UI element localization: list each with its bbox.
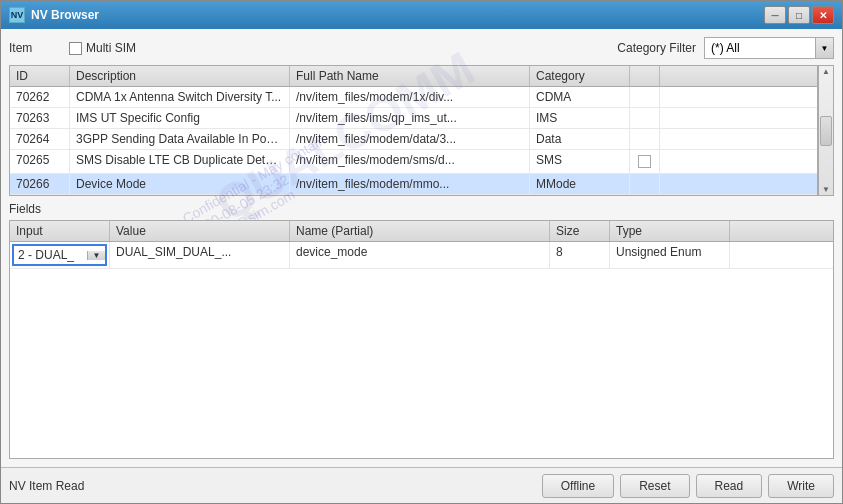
- fields-col-name: Name (Partial): [290, 221, 550, 241]
- status-text: NV Item Read: [9, 479, 84, 493]
- cell-extra: [630, 150, 660, 173]
- fields-col-value: Value: [110, 221, 290, 241]
- multi-sim-checkbox[interactable]: [69, 42, 82, 55]
- multi-sim-label: Multi SIM: [86, 41, 136, 55]
- fields-col-size: Size: [550, 221, 610, 241]
- cell-extra: [630, 129, 660, 149]
- table-row[interactable]: 70263 IMS UT Specific Config /nv/item_fi…: [10, 108, 817, 129]
- table-row[interactable]: 70265 SMS Disable LTE CB Duplicate Detec…: [10, 150, 817, 174]
- fields-container: Input Value Name (Partial) Size Type 2 -…: [9, 220, 834, 459]
- cell-desc: Device Mode: [70, 174, 290, 194]
- col-header-category: Category: [530, 66, 630, 86]
- category-dropdown-arrow: ▼: [815, 38, 833, 58]
- table-scrollbar[interactable]: ▲ ▼: [818, 65, 834, 196]
- titlebar-left: NV NV Browser: [9, 7, 99, 23]
- minimize-button[interactable]: ─: [764, 6, 786, 24]
- main-content: QUALCOMM Confidential - May contain2020-…: [1, 29, 842, 467]
- fields-type-cell: Unsigned Enum: [610, 242, 730, 268]
- fields-row: 2 - DUAL_ ▼ 0 - SINGLE_SIM 1 - DUAL_SIM_…: [10, 242, 833, 269]
- cell-id: 70264: [10, 129, 70, 149]
- cell-id: 70266: [10, 174, 70, 194]
- reset-button[interactable]: Reset: [620, 474, 689, 498]
- cell-extra: [630, 108, 660, 128]
- table-header: ID Description Full Path Name Category: [10, 66, 817, 87]
- cell-desc: SMS Disable LTE CB Duplicate Detecti...: [70, 150, 290, 173]
- top-bar: Item Multi SIM Category Filter (*) All ▼: [9, 37, 834, 59]
- titlebar-controls: ─ □ ✕: [764, 6, 834, 24]
- close-button[interactable]: ✕: [812, 6, 834, 24]
- scrollbar-thumb[interactable]: [820, 116, 832, 146]
- fields-label: Fields: [9, 202, 834, 216]
- fields-section: Fields Input Value Name (Partial) Size T…: [9, 202, 834, 459]
- category-filter-label: Category Filter: [617, 41, 696, 55]
- multi-sim-section: Multi SIM: [69, 41, 136, 55]
- fields-size-cell: 8: [550, 242, 610, 268]
- category-filter-section: Category Filter (*) All ▼: [617, 37, 834, 59]
- col-header-extra: [630, 66, 660, 86]
- table-row[interactable]: 70266 Device Mode /nv/item_files/modem/m…: [10, 174, 817, 195]
- cell-desc: CDMA 1x Antenna Switch Diversity T...: [70, 87, 290, 107]
- fields-value-cell: DUAL_SIM_DUAL_...: [110, 242, 290, 268]
- main-window: NV NV Browser ─ □ ✕ QUALCOMM Confidentia…: [0, 0, 843, 504]
- cell-path: /nv/item_files/modem/1x/div...: [290, 87, 530, 107]
- cell-category: SMS: [530, 150, 630, 173]
- window-title: NV Browser: [31, 8, 99, 22]
- col-header-id: ID: [10, 66, 70, 86]
- maximize-button[interactable]: □: [788, 6, 810, 24]
- cell-id: 70265: [10, 150, 70, 173]
- cell-path: /nv/item_files/modem/sms/d...: [290, 150, 530, 173]
- cell-category: CDMA: [530, 87, 630, 107]
- fields-name-cell: device_mode: [290, 242, 550, 268]
- titlebar: NV NV Browser ─ □ ✕: [1, 1, 842, 29]
- read-button[interactable]: Read: [696, 474, 763, 498]
- cell-id: 70263: [10, 108, 70, 128]
- table-row[interactable]: 70262 CDMA 1x Antenna Switch Diversity T…: [10, 87, 817, 108]
- cell-desc: IMS UT Specific Config: [70, 108, 290, 128]
- fields-col-type: Type: [610, 221, 730, 241]
- cell-desc: 3GPP Sending Data Available In Powe...: [70, 129, 290, 149]
- input-current-value: 2 - DUAL_: [14, 246, 87, 264]
- cell-extra: [630, 174, 660, 194]
- item-label: Item: [9, 41, 49, 55]
- category-dropdown[interactable]: (*) All ▼: [704, 37, 834, 59]
- table-wrapper: ID Description Full Path Name Category 7…: [9, 65, 818, 196]
- statusbar: NV Item Read Offline Reset Read Write: [1, 467, 842, 503]
- main-table-container: ID Description Full Path Name Category 7…: [9, 65, 834, 196]
- fields-input-cell[interactable]: 2 - DUAL_ ▼ 0 - SINGLE_SIM 1 - DUAL_SIM_…: [10, 242, 110, 268]
- input-dropdown-arrow[interactable]: ▼: [87, 251, 105, 260]
- cell-path: /nv/item_files/modem/data/3...: [290, 129, 530, 149]
- input-dropdown-control[interactable]: 2 - DUAL_ ▼: [12, 244, 107, 266]
- app-icon: NV: [9, 7, 25, 23]
- cell-extra: [630, 87, 660, 107]
- col-header-description: Description: [70, 66, 290, 86]
- cell-path: /nv/item_files/modem/mmo...: [290, 174, 530, 194]
- fields-col-input: Input: [10, 221, 110, 241]
- table-row[interactable]: 70264 3GPP Sending Data Available In Pow…: [10, 129, 817, 150]
- col-header-path: Full Path Name: [290, 66, 530, 86]
- table-body: 70262 CDMA 1x Antenna Switch Diversity T…: [10, 87, 817, 195]
- cell-path: /nv/item_files/ims/qp_ims_ut...: [290, 108, 530, 128]
- main-table: ID Description Full Path Name Category 7…: [9, 65, 818, 196]
- fields-header: Input Value Name (Partial) Size Type: [10, 221, 833, 242]
- offline-button[interactable]: Offline: [542, 474, 614, 498]
- action-buttons: Offline Reset Read Write: [542, 474, 834, 498]
- cell-category: Data: [530, 129, 630, 149]
- cell-category: IMS: [530, 108, 630, 128]
- cell-id: 70262: [10, 87, 70, 107]
- write-button[interactable]: Write: [768, 474, 834, 498]
- cell-category: MMode: [530, 174, 630, 194]
- category-value: (*) All: [711, 41, 813, 55]
